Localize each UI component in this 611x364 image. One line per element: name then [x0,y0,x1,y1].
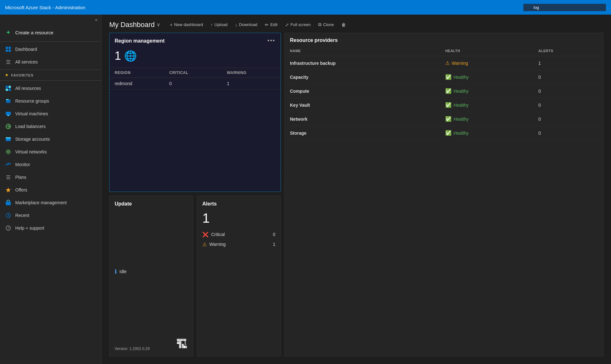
svg-rect-9 [6,99,9,100]
dashboard-icon [5,46,11,52]
table-row[interactable]: redmond 0 1 [110,78,280,90]
rp-alerts: 1 [533,56,603,70]
upload-button[interactable]: ↑ Upload [207,21,231,29]
alerts-tile: Alerts 1 ❌ Critical 0 ⚠ Warning 1 [197,196,281,357]
sidebar-item-create-resource[interactable]: + Create a resource [0,25,101,40]
svg-rect-2 [6,50,8,52]
region-critical: 0 [164,78,222,90]
fullscreen-button[interactable]: ⤢ Full screen [282,21,314,29]
rp-alerts: 0 [533,112,603,126]
favorites-star-icon: ★ [5,73,9,77]
main-layout: « + Create a resource Dashboard ☰ All se [0,15,611,364]
recent-icon [5,212,11,219]
sidebar-item-virtual-machines[interactable]: Virtual machines [0,107,101,120]
sidebar-item-storage-accounts[interactable]: Storage accounts [0,133,101,145]
sidebar-collapse-area: « [0,15,101,25]
table-row[interactable]: Infrastructure backup ⚠ Warning 1 [285,56,603,70]
sidebar-item-label: Storage accounts [15,137,50,142]
dashboard-title-text: My Dashboard [109,21,155,29]
alert-count-value: 0 [273,232,275,237]
table-row[interactable]: Compute ✅ Healthy 0 [285,84,603,98]
rp-alerts: 0 [533,84,603,98]
warning-col-header: WARNING [222,68,280,78]
rp-table: NAME HEALTH ALERTS Infrastructure backup… [285,46,603,140]
rp-alerts: 0 [533,126,603,140]
region-count: 1 🌐 [110,47,280,68]
sidebar-item-label: Plans [15,175,26,180]
load-balancers-icon [5,123,11,130]
download-button[interactable]: ↓ Download [232,21,261,29]
marketplace-icon [5,199,11,206]
edit-label: Edit [270,22,277,27]
new-dashboard-button[interactable]: + New dashboard [167,21,206,29]
rp-name: Key Vault [285,98,440,112]
rp-health: ⚠ Warning [440,56,533,70]
rp-name: Network [285,112,440,126]
collapse-icon[interactable]: « [95,17,97,22]
sidebar-item-label: Virtual networks [15,149,47,154]
delete-button[interactable]: 🗑 [338,21,349,29]
upload-icon: ↑ [211,22,213,27]
virtual-machines-icon [5,111,11,117]
svg-text:?: ? [8,226,10,230]
sidebar-divider-1 [0,41,101,42]
alerts-total-count: 1 [202,211,275,226]
rp-health: ✅ Healthy [440,70,533,84]
alert-row: ❌ Critical 0 [202,230,275,239]
resource-providers-tile: Resource providers NAME HEALTH ALERTS In… [285,33,603,356]
globe-icon: 🌐 [124,50,137,62]
sidebar-item-label: Marketplace management [15,200,67,205]
clone-button[interactable]: ⧉ Clone [315,20,337,29]
region-count-number: 1 [115,49,121,63]
svg-rect-11 [7,115,9,116]
alerts-tile-title: Alerts [202,201,275,207]
search-wrapper: 🔍 [523,4,606,11]
sidebar: « + Create a resource Dashboard ☰ All se [0,15,102,364]
edit-button[interactable]: ✏ Edit [262,21,280,29]
sidebar-item-help[interactable]: ? Help + support [0,222,101,234]
critical-col-header: CRITICAL [164,68,222,78]
region-table: REGION CRITICAL WARNING redmond 0 1 [110,68,280,90]
create-resource-label: Create a resource [15,30,53,35]
table-row[interactable]: Network ✅ Healthy 0 [285,112,603,126]
sidebar-item-offers[interactable]: Offers [0,184,101,196]
sidebar-item-virtual-networks[interactable]: Virtual networks [0,145,101,158]
sidebar-item-recent[interactable]: Recent [0,209,101,222]
upload-label: Upload [214,22,227,27]
new-dashboard-icon: + [170,22,172,27]
sidebar-item-label: All services [15,59,38,64]
region-tile-menu-button[interactable]: ••• [267,37,275,44]
svg-rect-4 [6,86,8,88]
sidebar-item-plans[interactable]: ☰ Plans [0,171,101,184]
svg-marker-19 [6,187,11,192]
region-col-header: REGION [110,68,164,78]
rp-alerts: 0 [533,70,603,84]
fullscreen-label: Full screen [291,22,311,27]
sidebar-item-label: Virtual machines [15,111,48,116]
sidebar-item-dashboard[interactable]: Dashboard [0,43,101,56]
sidebar-item-label: Monitor [15,162,30,167]
sidebar-item-all-services[interactable]: ☰ All services [0,56,101,68]
rp-health: ✅ Healthy [440,84,533,98]
favorites-section-label: ★ FAVORITES [0,71,101,79]
update-status-icon: ℹ [115,268,117,275]
table-row[interactable]: Storage ✅ Healthy 0 [285,126,603,140]
table-row[interactable]: Capacity ✅ Healthy 0 [285,70,603,84]
search-input[interactable] [523,4,606,11]
plans-icon: ☰ [5,174,11,180]
sidebar-item-all-resources[interactable]: All resources [0,82,101,95]
sidebar-item-load-balancers[interactable]: Load balancers [0,120,101,133]
svg-rect-20 [6,202,11,205]
sidebar-item-monitor[interactable]: Monitor [0,158,101,171]
clone-icon: ⧉ [318,22,321,27]
all-resources-icon [5,85,11,91]
rp-name-header: NAME [285,46,440,56]
fullscreen-icon: ⤢ [285,22,289,27]
alert-icon: ⚠ [202,241,207,247]
dashboard-chevron-icon[interactable]: ∨ [157,22,160,28]
sidebar-item-resource-groups[interactable]: Resource groups [0,95,101,107]
dashboard-grid: Region management ••• 1 🌐 REGION CRITICA… [102,33,611,364]
table-row[interactable]: Key Vault ✅ Healthy 0 [285,98,603,112]
sidebar-item-marketplace[interactable]: Marketplace management [0,196,101,209]
svg-rect-0 [6,47,8,49]
